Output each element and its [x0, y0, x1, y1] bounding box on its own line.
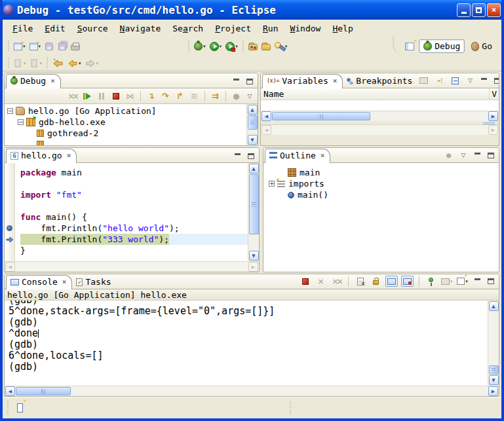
toolbar-grip[interactable] [7, 58, 10, 69]
step-into-button[interactable]: ↴ [145, 90, 157, 101]
outline-tree-item[interactable]: main [269, 167, 499, 178]
show-logical-structures-button[interactable]: ➔⁝ [433, 75, 446, 86]
scrollbar-thumb[interactable] [272, 112, 370, 120]
gutter-row[interactable] [5, 200, 14, 211]
toolbar-grip[interactable] [46, 58, 48, 69]
close-icon[interactable]: × [67, 151, 71, 160]
scroll-lock-button[interactable] [370, 276, 382, 287]
scroll-right-button[interactable]: ▶ [488, 111, 498, 121]
new-wizard-button[interactable]: *▾ [12, 39, 28, 54]
search-button[interactable]: ▾ [273, 39, 290, 54]
scrollbar-thumb[interactable] [248, 115, 258, 130]
code-line[interactable]: package main [20, 167, 248, 178]
perspective-go-button[interactable]: Go [467, 40, 496, 52]
open-type-button[interactable] [246, 39, 260, 54]
use-step-filters-button[interactable]: ⇉ [209, 90, 222, 101]
code-line[interactable]: fmt.Println("hello world"); [20, 223, 248, 234]
debug-tree-vertical-scrollbar[interactable]: ▲ ▼ [246, 104, 258, 145]
scrollbar-thumb[interactable] [16, 387, 71, 395]
outline-tree-item[interactable]: main() [269, 189, 499, 200]
gutter-row[interactable] [5, 245, 14, 256]
editor-horizontal-scrollbar[interactable]: ◀ ▶ [5, 261, 259, 272]
drop-to-frame-button[interactable]: ≡ [188, 90, 201, 101]
minimize-view-button[interactable] [472, 277, 482, 286]
gutter-row[interactable] [5, 178, 14, 189]
console-vertical-scrollbar[interactable]: ▲ ▼ [488, 301, 499, 386]
code-editor[interactable]: package main import "fmt" func main() { … [15, 163, 248, 261]
annotation-ruler[interactable] [5, 163, 15, 261]
close-icon[interactable]: × [62, 278, 67, 286]
remove-all-launches-button[interactable]: ×× [330, 276, 343, 287]
minimize-view-button[interactable] [472, 151, 482, 160]
open-console-button[interactable]: *▾ [456, 276, 469, 287]
scroll-down-button[interactable]: ▼ [248, 135, 258, 145]
tab-hello-go[interactable]: G hello.go × [6, 149, 77, 163]
gutter-row[interactable] [5, 234, 14, 245]
scroll-down-button[interactable]: ▼ [489, 375, 499, 385]
step-over-button[interactable]: ↷ [159, 90, 172, 101]
maximize-window-button[interactable] [472, 3, 486, 17]
collapse-expander[interactable]: − [18, 119, 24, 125]
maximize-view-button[interactable] [244, 77, 255, 86]
save-button[interactable] [43, 39, 56, 54]
maximize-view-button[interactable] [486, 151, 496, 160]
gutter-row[interactable] [5, 167, 14, 178]
terminate-button[interactable] [109, 90, 122, 101]
breakpoint-marker[interactable] [7, 225, 12, 231]
code-line[interactable]: } [20, 245, 248, 256]
debug-button[interactable]: ▾ [192, 39, 208, 54]
gutter-row[interactable] [5, 189, 14, 200]
menu-navigate[interactable]: Navigate [114, 22, 167, 35]
scrollbar-thumb[interactable] [489, 365, 499, 375]
code-line[interactable] [20, 178, 248, 189]
scroll-down-button[interactable]: ▼ [249, 251, 259, 261]
scroll-up-button[interactable]: ▲ [249, 164, 259, 174]
scrollbar-thumb[interactable] [249, 174, 259, 234]
external-tools-button[interactable]: ▾ [223, 39, 240, 54]
scroll-right-button[interactable]: ▶ [488, 386, 498, 396]
gutter-row[interactable] [5, 223, 14, 234]
save-all-button[interactable] [56, 39, 69, 54]
show-stdout-button[interactable] [385, 276, 398, 287]
code-line[interactable] [20, 200, 248, 211]
outline-extra-button[interactable]: ● [442, 150, 455, 160]
maximize-view-button[interactable] [486, 277, 496, 286]
disconnect-button[interactable]: ⋈ [124, 90, 136, 101]
show-type-names-button[interactable] [417, 75, 430, 86]
menu-file[interactable]: File [7, 22, 39, 35]
statusbar-grip[interactable] [289, 401, 292, 414]
tab-breakpoints[interactable]: Breakpoints [343, 75, 417, 88]
suspend-button[interactable] [95, 90, 107, 101]
pin-console-button[interactable] [425, 276, 437, 287]
tab-outline[interactable]: Outline × [265, 149, 330, 163]
variables-column-header[interactable]: Name V [261, 88, 499, 100]
minimize-view-button[interactable] [232, 151, 242, 160]
forward-button[interactable]: ▾ [83, 56, 101, 71]
gutter-row[interactable] [5, 211, 14, 223]
close-icon[interactable]: × [333, 77, 338, 85]
previous-annotation-button[interactable]: ▾ [28, 56, 45, 71]
toolbar-grip[interactable] [7, 41, 10, 52]
debug-tree-item[interactable]: gothread-2 [7, 128, 246, 139]
resume-button[interactable] [81, 90, 93, 101]
tab-variables[interactable]: (x)= Variables × [262, 74, 343, 88]
menu-help[interactable]: Help [326, 22, 359, 35]
expand-expander[interactable]: + [269, 181, 275, 187]
print-button[interactable] [69, 39, 82, 54]
toolbar-grip[interactable] [242, 41, 244, 52]
display-selected-console-button[interactable]: ▾ [440, 276, 453, 287]
maximize-view-button[interactable] [246, 151, 256, 160]
next-annotation-button[interactable]: ▾ [12, 56, 28, 71]
step-return-button[interactable]: ↱ [174, 90, 186, 101]
back-button[interactable]: ▾ [66, 56, 83, 71]
console-output[interactable]: (gdb)5^done,stack-args=[frame={level="0"… [5, 301, 488, 386]
close-icon[interactable]: × [50, 77, 55, 85]
close-icon[interactable]: × [320, 151, 325, 160]
menu-edit[interactable]: Edit [39, 22, 71, 35]
variables-view-menu-button[interactable]: ▽ [465, 76, 475, 85]
editor-vertical-scrollbar[interactable]: ▲ ▼ [248, 163, 259, 261]
run-button[interactable]: ▾ [208, 39, 224, 54]
detail-pane-scrollbar[interactable]: ◀ ▶ [261, 124, 499, 135]
statusbar-grip[interactable] [7, 401, 9, 414]
new-project-button[interactable]: *▾ [28, 39, 43, 54]
